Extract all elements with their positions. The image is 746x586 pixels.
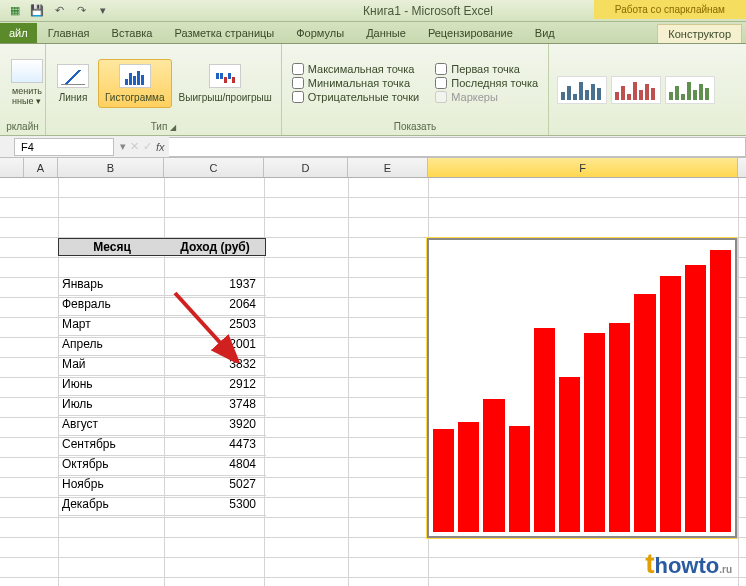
- table-row[interactable]: Октябрь4804: [58, 456, 266, 476]
- watermark-logo: thowto.ru: [645, 548, 732, 580]
- table-row[interactable]: Июль3748: [58, 396, 266, 416]
- cell-income[interactable]: 1937: [164, 276, 264, 295]
- winloss-label: Выигрыш/проигрыш: [179, 92, 272, 103]
- cell-month[interactable]: Июнь: [58, 376, 164, 395]
- table-row[interactable]: Декабрь5300: [58, 496, 266, 516]
- tab-2[interactable]: Разметка страницы: [163, 23, 285, 43]
- check-last-point[interactable]: Последняя точка: [435, 77, 538, 89]
- check-neg-points[interactable]: Отрицательные точки: [292, 91, 419, 103]
- table-header-row: Месяц Доход (руб): [58, 238, 266, 256]
- edit-data-icon: [11, 59, 43, 83]
- table-row[interactable]: Февраль2064: [58, 296, 266, 316]
- check-first-point[interactable]: Первая точка: [435, 63, 538, 75]
- sparkline-chart: [429, 240, 735, 536]
- worksheet-grid[interactable]: Месяц Доход (руб) Январь1937Февраль2064М…: [0, 178, 746, 586]
- tab-file[interactable]: айл: [0, 23, 37, 43]
- cell-month[interactable]: Ноябрь: [58, 476, 164, 495]
- name-box[interactable]: [14, 138, 114, 156]
- table-row[interactable]: Сентябрь4473: [58, 436, 266, 456]
- cell-income[interactable]: 5027: [164, 476, 264, 495]
- group-label-type: Тип ◢: [48, 120, 279, 133]
- sparkline-style-0[interactable]: [557, 76, 607, 104]
- name-box-dropdown-icon[interactable]: ▾: [120, 140, 126, 153]
- check-markers: Маркеры: [435, 91, 538, 103]
- cell-income[interactable]: 2001: [164, 336, 264, 355]
- line-button[interactable]: Линия: [48, 59, 98, 108]
- header-income: Доход (руб): [165, 239, 265, 255]
- dialog-launcher-icon[interactable]: ◢: [170, 123, 176, 132]
- table-row[interactable]: Май3832: [58, 356, 266, 376]
- enter-icon: ✓: [143, 140, 152, 153]
- col-header-F[interactable]: F: [428, 158, 738, 177]
- table-row[interactable]: Апрель2001: [58, 336, 266, 356]
- sparkline-cell[interactable]: [427, 238, 737, 538]
- line-label: Линия: [59, 92, 88, 103]
- chart-bar: [559, 377, 580, 532]
- cell-month[interactable]: Декабрь: [58, 496, 164, 515]
- table-row[interactable]: Ноябрь5027: [58, 476, 266, 496]
- cell-month[interactable]: Январь: [58, 276, 164, 295]
- undo-icon[interactable]: ↶: [50, 2, 68, 20]
- qat-dropdown-icon[interactable]: ▾: [94, 2, 112, 20]
- tab-1[interactable]: Вставка: [101, 23, 164, 43]
- contextual-tab-group: Работа со спарклайнам: [594, 0, 746, 19]
- ribbon-group-style: [549, 44, 746, 135]
- table-row[interactable]: Июнь2912: [58, 376, 266, 396]
- cell-income[interactable]: 3920: [164, 416, 264, 435]
- table-row[interactable]: Март2503: [58, 316, 266, 336]
- ribbon-group-show: Максимальная точка Минимальная точка Отр…: [282, 44, 549, 135]
- cell-income[interactable]: 4804: [164, 456, 264, 475]
- chart-bar: [458, 422, 479, 532]
- tab-6[interactable]: Вид: [524, 23, 566, 43]
- cell-month[interactable]: Февраль: [58, 296, 164, 315]
- select-all-corner[interactable]: [0, 158, 24, 177]
- col-header-E[interactable]: E: [348, 158, 428, 177]
- cell-income[interactable]: 2912: [164, 376, 264, 395]
- histogram-label: Гистограмма: [105, 92, 165, 103]
- table-row[interactable]: Январь1937: [58, 276, 266, 296]
- histogram-button[interactable]: Гистограмма: [98, 59, 172, 108]
- col-header-C[interactable]: C: [164, 158, 264, 177]
- edit-data-button[interactable]: менить нные ▾: [2, 54, 52, 112]
- cell-month[interactable]: Март: [58, 316, 164, 335]
- quick-access-toolbar: ▦ 💾 ↶ ↷ ▾ Книга1 - Microsoft Excel Работ…: [0, 0, 746, 22]
- tab-design[interactable]: Конструктор: [657, 24, 742, 43]
- redo-icon[interactable]: ↷: [72, 2, 90, 20]
- cell-month[interactable]: Октябрь: [58, 456, 164, 475]
- cell-month[interactable]: Июль: [58, 396, 164, 415]
- fx-icon[interactable]: fx: [156, 141, 165, 153]
- cell-month[interactable]: Август: [58, 416, 164, 435]
- cell-income[interactable]: 2064: [164, 296, 264, 315]
- chart-bar: [509, 426, 530, 532]
- chart-bar: [660, 276, 681, 532]
- sparkline-style-2[interactable]: [665, 76, 715, 104]
- chart-bar: [685, 265, 706, 532]
- cell-income[interactable]: 2503: [164, 316, 264, 335]
- check-min-point[interactable]: Минимальная точка: [292, 77, 419, 89]
- cell-month[interactable]: Май: [58, 356, 164, 375]
- col-header-A[interactable]: A: [24, 158, 58, 177]
- tab-0[interactable]: Главная: [37, 23, 101, 43]
- cell-income[interactable]: 5300: [164, 496, 264, 515]
- check-max-point[interactable]: Максимальная точка: [292, 63, 419, 75]
- ribbon-tabs: айл ГлавнаяВставкаРазметка страницыФорму…: [0, 22, 746, 44]
- chart-bar: [584, 333, 605, 532]
- edit-data-label: менить нные ▾: [12, 87, 42, 107]
- save-icon[interactable]: 💾: [28, 2, 46, 20]
- cell-month[interactable]: Сентябрь: [58, 436, 164, 455]
- cell-income[interactable]: 3748: [164, 396, 264, 415]
- col-header-B[interactable]: B: [58, 158, 164, 177]
- winloss-icon: [209, 64, 241, 88]
- tab-5[interactable]: Рецензирование: [417, 23, 524, 43]
- tab-3[interactable]: Формулы: [285, 23, 355, 43]
- line-icon: [57, 64, 89, 88]
- sparkline-style-1[interactable]: [611, 76, 661, 104]
- table-row[interactable]: Август3920: [58, 416, 266, 436]
- tab-4[interactable]: Данные: [355, 23, 417, 43]
- cell-income[interactable]: 3832: [164, 356, 264, 375]
- cell-month[interactable]: Апрель: [58, 336, 164, 355]
- col-header-D[interactable]: D: [264, 158, 348, 177]
- formula-input[interactable]: [169, 137, 746, 157]
- winloss-button[interactable]: Выигрыш/проигрыш: [172, 59, 279, 108]
- cell-income[interactable]: 4473: [164, 436, 264, 455]
